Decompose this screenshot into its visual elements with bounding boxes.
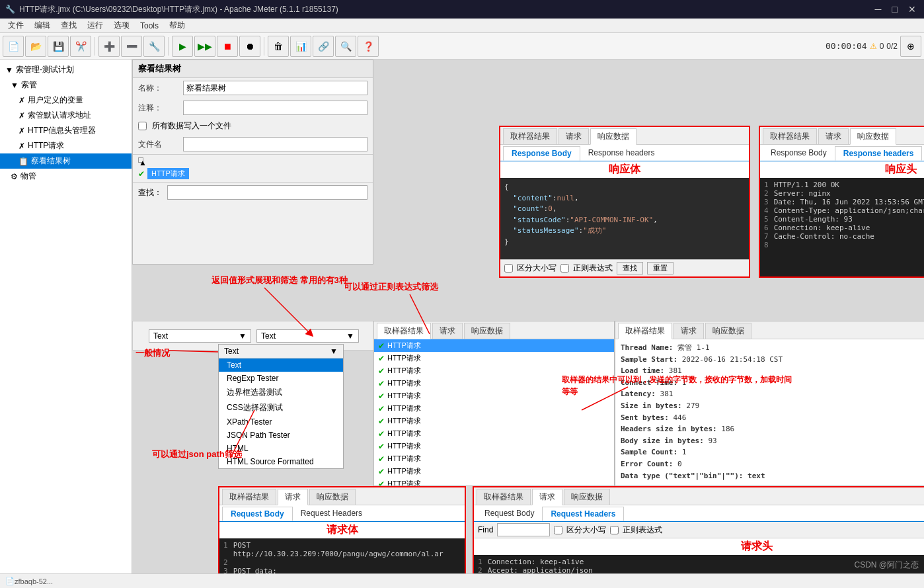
tab-request-4[interactable]: 请求 — [674, 323, 704, 339]
list-item[interactable]: ✔ HTTP请求 — [374, 427, 614, 440]
toolbar-report[interactable]: 📊 — [290, 36, 311, 57]
content-line-5: } — [504, 237, 745, 248]
filename-input[interactable] — [183, 137, 367, 151]
tab-sampler-3[interactable]: 取样器结果 — [377, 323, 431, 339]
list-item[interactable]: ✔ HTTP请求 — [374, 465, 614, 478]
toolbar-add[interactable]: ➕ — [98, 36, 120, 57]
scroll-up[interactable]: ▲ — [138, 157, 143, 163]
list-item-1[interactable]: ✔ HTTP请求 — [135, 167, 370, 181]
sub-tab-resp-headers-2[interactable]: Response headers — [835, 146, 923, 161]
tab-response-6[interactable]: 响应数据 — [564, 489, 610, 505]
detail-row-11: Data type ("text"|"bin"|""): text — [621, 470, 924, 482]
sub-tab-response-headers[interactable]: Response headers — [580, 146, 663, 161]
close-button[interactable]: ✕ — [905, 4, 919, 15]
tree-item-wuguan[interactable]: ⚙ 物管 — [0, 169, 132, 184]
toolbar-help[interactable]: ❓ — [358, 36, 379, 57]
toolbar-cut[interactable]: ✂️ — [70, 36, 91, 57]
menu-tools[interactable]: Tools — [135, 20, 164, 32]
name-row: 名称： — [133, 78, 373, 98]
toolbar-stop[interactable]: ⏹ — [217, 36, 238, 57]
dropdown-header-left[interactable]: Text ▼ — [219, 345, 343, 358]
sample-details-tabs: 取样器结果 请求 响应数据 — [615, 321, 924, 339]
menu-options[interactable]: 选项 — [108, 19, 135, 32]
toolbar-clear[interactable]: 🗑 — [268, 36, 289, 57]
tree-item-user-var[interactable]: ✗ 用户定义的变量 — [0, 93, 132, 108]
tab-response-5[interactable]: 响应数据 — [309, 489, 356, 505]
header-line-1: 1HTTP/1.1 200 OK — [764, 181, 924, 189]
sub-tab-req-headers[interactable]: Request Headers — [293, 507, 370, 521]
list-item[interactable]: ✔ HTTP请求 — [374, 402, 614, 415]
dropdown-item-boundary[interactable]: 边界框选器测试 — [219, 385, 343, 400]
reset-button[interactable]: 重置 — [647, 262, 674, 274]
list-item[interactable]: ✔ HTTP请求 — [374, 339, 614, 352]
toolbar-start-no-pause[interactable]: ▶▶ — [194, 36, 215, 57]
toolbar-remove[interactable]: ➖ — [121, 36, 142, 57]
tree-item-result-tree[interactable]: 📋 察看结果树 — [0, 153, 132, 169]
tab-sampler-result-1[interactable]: 取样器结果 — [503, 128, 557, 144]
regex-cb-req[interactable] — [610, 526, 619, 534]
toolbar-save[interactable]: 💾 — [48, 36, 69, 57]
case-cb-req[interactable] — [554, 526, 562, 534]
tab-request-5[interactable]: 请求 — [278, 489, 308, 505]
minimize-button[interactable]: ─ — [872, 4, 884, 15]
tab-sampler-4[interactable]: 取样器结果 — [618, 323, 672, 339]
toolbar-extra[interactable]: ⊕ — [900, 36, 921, 57]
tab-response-3[interactable]: 响应数据 — [464, 323, 510, 339]
tab-response-data-1[interactable]: 响应数据 — [590, 128, 636, 145]
tree-item-suoguan[interactable]: ▼ 索管 — [0, 77, 132, 93]
list-item[interactable]: ✔ HTTP请求 — [374, 352, 614, 364]
menu-help[interactable]: 帮助 — [164, 19, 190, 32]
find-button[interactable]: 查找 — [617, 262, 643, 274]
maximize-button[interactable]: □ — [890, 4, 900, 15]
name-input[interactable] — [183, 81, 367, 95]
sub-tab-req-body-2[interactable]: Request Body — [477, 507, 542, 521]
tab-request-2[interactable]: 请求 — [818, 128, 849, 144]
sub-tab-response-body[interactable]: Response Body — [503, 146, 580, 161]
tab-sampler-5[interactable]: 取样器结果 — [222, 489, 276, 505]
dropdown-select-1[interactable]: Text ▼ — [149, 329, 251, 343]
tree-item-root[interactable]: ▼ 索管理-测试计划 — [0, 62, 132, 77]
tab-sampler-result-2[interactable]: 取样器结果 — [763, 128, 817, 144]
search-input[interactable] — [167, 185, 367, 200]
regex-cb[interactable] — [560, 264, 569, 273]
toolbar-open[interactable]: 📂 — [25, 36, 46, 57]
comment-input[interactable] — [183, 101, 367, 115]
list-item[interactable]: ✔ HTTP请求 — [374, 415, 614, 427]
tab-response-data-2[interactable]: 响应数据 — [850, 128, 896, 145]
response-body-title: 响应体 — [500, 161, 749, 178]
list-item[interactable]: ✔ HTTP请求 — [374, 440, 614, 452]
tab-request-1[interactable]: 请求 — [558, 128, 589, 144]
tab-request-3[interactable]: 请求 — [432, 323, 463, 339]
case-sensitive-cb[interactable] — [504, 264, 513, 273]
toolbar-record[interactable]: ⏺ — [239, 36, 260, 57]
dropdown-item-css[interactable]: CSS选择器测试 — [219, 400, 343, 415]
dropdown-item-json[interactable]: JSON Path Tester — [219, 429, 343, 442]
toolbar-remote[interactable]: 🔗 — [313, 36, 334, 57]
find-input-req[interactable] — [497, 523, 550, 536]
tree-item-default-addr[interactable]: ✗ 索管默认请求地址 — [0, 108, 132, 123]
tab-sampler-6[interactable]: 取样器结果 — [477, 489, 531, 505]
dropdown-select-2[interactable]: Text ▼ — [256, 329, 359, 343]
tree-item-http-request[interactable]: ✗ HTTP请求 — [0, 138, 132, 153]
toolbar-search[interactable]: 🔍 — [335, 36, 356, 57]
tab-response-4[interactable]: 响应数据 — [705, 323, 751, 339]
menu-file[interactable]: 文件 — [3, 19, 29, 32]
toolbar-start[interactable]: ▶ — [172, 36, 193, 57]
list-item[interactable]: ✔ HTTP请求 — [374, 452, 614, 465]
search-label: 查找： — [138, 187, 162, 198]
dropdown-item-xpath[interactable]: XPath Tester — [219, 415, 343, 429]
dropdown-item-text[interactable]: Text — [219, 358, 343, 372]
write-checkbox[interactable] — [138, 122, 147, 130]
toolbar-new[interactable]: 📄 — [3, 36, 24, 57]
dropdown-item-regexp[interactable]: RegExp Tester — [219, 372, 343, 385]
menu-edit[interactable]: 编辑 — [29, 19, 56, 32]
sub-tab-req-headers-2[interactable]: Request Headers — [542, 507, 624, 521]
tree-item-http-header[interactable]: ✗ HTTP信息头管理器 — [0, 123, 132, 138]
list-item[interactable]: ✔ HTTP请求 — [374, 478, 614, 485]
menu-run[interactable]: 运行 — [82, 19, 108, 32]
sub-tab-resp-body-2[interactable]: Response Body — [763, 146, 835, 161]
menu-find[interactable]: 查找 — [56, 19, 82, 32]
sub-tab-req-body[interactable]: Request Body — [222, 507, 293, 521]
tab-request-6[interactable]: 请求 — [532, 489, 562, 505]
toolbar-settings[interactable]: 🔧 — [143, 36, 165, 57]
